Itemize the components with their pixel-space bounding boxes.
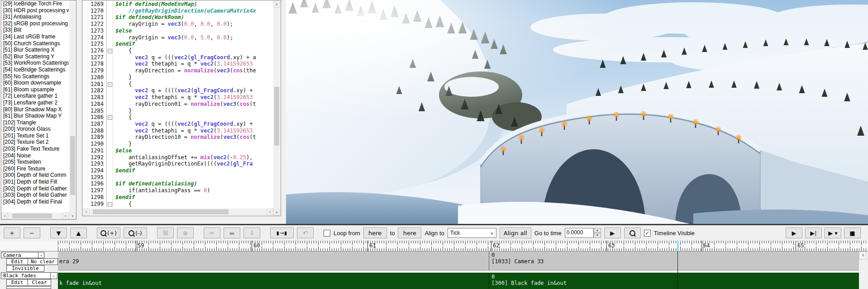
time-input[interactable]: 0.0000 (565, 228, 594, 238)
pass-list-item[interactable]: [205] Textseiten (2, 159, 69, 166)
scroll-left-icon[interactable]: < (1, 213, 8, 219)
code-line[interactable]: 1271$if defined(WorkRoom) (83, 14, 273, 21)
pass-list-item[interactable]: [32] sRGB post processing (2, 20, 69, 27)
camera-collapse-button[interactable]: - (38, 252, 44, 258)
loop-end-here-button[interactable]: here (398, 227, 421, 238)
pass-list-item[interactable]: [60] Bloom downsample (2, 80, 69, 86)
pass-list-item[interactable]: [55] No Scatterings (2, 73, 69, 80)
play-pause-button[interactable]: ▶| (805, 227, 822, 238)
pass-list-item[interactable]: [203] Fake Text Texture (2, 146, 69, 152)
stop-button[interactable]: ■ (844, 227, 861, 238)
pass-list-item[interactable]: [51] Blur Scattering X (2, 47, 69, 53)
play-options-button[interactable]: ▶ ▾ (825, 227, 841, 238)
timeline-scroll-up-button[interactable]: ∧ (859, 252, 867, 260)
paste-button[interactable]: ▬ (224, 227, 240, 238)
loop-from-checkbox[interactable] (324, 230, 330, 237)
code-line[interactable]: 1280 } (83, 74, 273, 81)
code-line[interactable]: 1295 (83, 174, 273, 181)
camera-no-clear-button[interactable]: No clear (28, 258, 58, 265)
camera-edit-button[interactable]: Edit (6, 258, 28, 265)
black-fades-collapse-button[interactable]: - (50, 272, 57, 279)
scroll-right-icon[interactable]: > (62, 213, 69, 219)
scroll-right-icon[interactable]: > (267, 208, 273, 215)
align-mode-dropdown[interactable]: Tick ∨ (448, 228, 496, 238)
spin-down-icon[interactable]: ▼ (594, 233, 601, 238)
remove-button[interactable]: − (24, 227, 40, 238)
code-line[interactable]: 1293 getRayOriginDirectionEx((((vec2(gl_… (83, 161, 273, 167)
code-line[interactable]: 1299 { (83, 201, 273, 208)
pass-list-item[interactable]: [31] Antialiasing (2, 14, 69, 20)
loop-start-here-button[interactable]: here (363, 227, 387, 238)
pass-list-item[interactable]: [80] Blur Shadow Map X (2, 106, 69, 113)
cut-button[interactable]: ✂ (204, 227, 220, 238)
scroll-down-icon[interactable]: ∨ (273, 209, 280, 216)
pass-list-item[interactable]: [50] Church Scatterings (2, 40, 69, 47)
pass-list-item[interactable]: [301] Depth of field Fill (2, 179, 69, 185)
pass-list-item[interactable]: [260] Fire Texture (2, 166, 69, 172)
code-line[interactable]: 1273$else (83, 28, 273, 34)
code-line[interactable]: 1286 { (83, 114, 273, 121)
search-button[interactable] (624, 227, 641, 238)
fold-marker-icon[interactable] (107, 114, 113, 121)
fold-marker-icon[interactable] (107, 81, 113, 88)
black-fades-clear-button[interactable]: Clear (28, 279, 51, 286)
timeline-ruler[interactable]: 59606162636465 (0, 241, 868, 251)
zoom-out-button[interactable]: (-) (124, 227, 147, 238)
scrollbar-thumb[interactable] (70, 136, 75, 195)
move-down-button[interactable]: ▼ (50, 227, 67, 238)
code-line[interactable]: 1274 rayOrigin = vec3(0.0, 5.0, 0.0); (83, 34, 273, 41)
playhead-line[interactable] (677, 251, 678, 289)
code-line[interactable]: 1281 { (83, 81, 273, 88)
copy-block-button[interactable]: ▮→▮ (270, 227, 294, 238)
insert-button[interactable]: ⇩ (243, 227, 260, 238)
code-line[interactable]: 1288 vec2 thetaphi = q * vec2(3.14159265… (83, 128, 273, 134)
black-fades-track-strip[interactable] (58, 273, 859, 289)
black-fades-edit-button[interactable]: Edit (6, 279, 28, 286)
pass-list-item[interactable]: [53] WorkRoom Scatterings (2, 60, 69, 66)
pass-list-item[interactable]: [204] Noise (2, 152, 69, 159)
fold-marker-icon[interactable] (107, 201, 113, 208)
camera-clip-label[interactable]: [1033] Camera 33 (491, 258, 544, 265)
pass-list-horizontal-scrollbar[interactable]: < > (1, 213, 69, 219)
pass-list-item[interactable]: [34] Last sRGB frame (2, 33, 69, 40)
code-line[interactable]: 1294$endif (83, 167, 273, 174)
code-line[interactable]: 1291$else (83, 147, 273, 154)
add-button[interactable]: + (4, 227, 20, 238)
code-line[interactable]: 1283 vec2 thetaphi = q * vec2(3.14159265… (83, 94, 273, 101)
pass-list-item[interactable]: [304] Depth of field Final (2, 199, 69, 205)
black-fade-clip-label[interactable]: [300] Black fade in&out (491, 280, 567, 286)
zoom-in-button[interactable]: (+) (97, 227, 120, 238)
pass-list-item[interactable]: [81] Blur Shadow Map Y (2, 113, 69, 119)
timeline-visible-checkbox[interactable]: ✓ (644, 230, 651, 237)
pass-list-vertical-scrollbar[interactable]: ∨ (69, 0, 76, 212)
align-all-button[interactable]: Align all (500, 227, 531, 238)
playhead-marker[interactable] (677, 241, 678, 251)
scroll-down-icon[interactable]: ∨ (69, 213, 76, 219)
camera-track-name[interactable]: Camera (1, 252, 38, 258)
scrollbar-thumb[interactable] (12, 213, 52, 218)
pass-list-item[interactable]: [303] Depth of field Gather (2, 192, 69, 199)
invisible-track-button[interactable]: Invisible (6, 265, 44, 272)
code-line[interactable]: 1290 } (83, 141, 273, 147)
code-line[interactable]: 1275$endif (83, 41, 273, 47)
camera-track-strip[interactable] (58, 251, 859, 270)
scrollbar-thumb[interactable] (274, 87, 279, 146)
code-line[interactable]: 1272 rayOrigin = vec3(0.0, 0.0, 0.0); (83, 21, 273, 28)
pass-list-item[interactable]: [202] Texture Set 2 (2, 139, 69, 146)
code-line[interactable]: 1298$endif (83, 194, 273, 201)
code-line[interactable]: 1285 } (83, 108, 273, 114)
code-line[interactable]: 1278 vec2 thetaphi = q * vec2(3.14159265… (83, 61, 273, 67)
code-line[interactable]: 1296$if defined(antialiasing) (83, 180, 273, 187)
shader-code-editor[interactable]: 1269$elif defined(ModeEnvMap)1270 //getR… (82, 0, 281, 216)
pass-list-item[interactable]: [200] Voronoi Glass (2, 126, 69, 133)
code-line[interactable]: 1282 vec2 q = ((((vec2(gl_FragCoord.xy) … (83, 87, 273, 94)
pass-list-item[interactable]: [302] Depth of field Gather (2, 185, 69, 192)
code-line[interactable]: 1279 rayDirection = normalize(vec3(cos(t… (83, 67, 273, 74)
code-line[interactable]: 1292 antialiasingOffset += mix(vec2(-0.2… (83, 154, 273, 161)
code-vertical-scrollbar[interactable]: ∧ ∨ (273, 1, 280, 208)
code-line[interactable]: 1270 //getRayOriginDirection(uCameraMatr… (83, 8, 273, 14)
3d-viewport[interactable] (286, 0, 868, 225)
record-button[interactable]: ⊛ (177, 227, 194, 238)
pass-list-item[interactable]: [61] Bloom upsample (2, 86, 69, 93)
go-button[interactable]: ▶ (604, 227, 621, 238)
